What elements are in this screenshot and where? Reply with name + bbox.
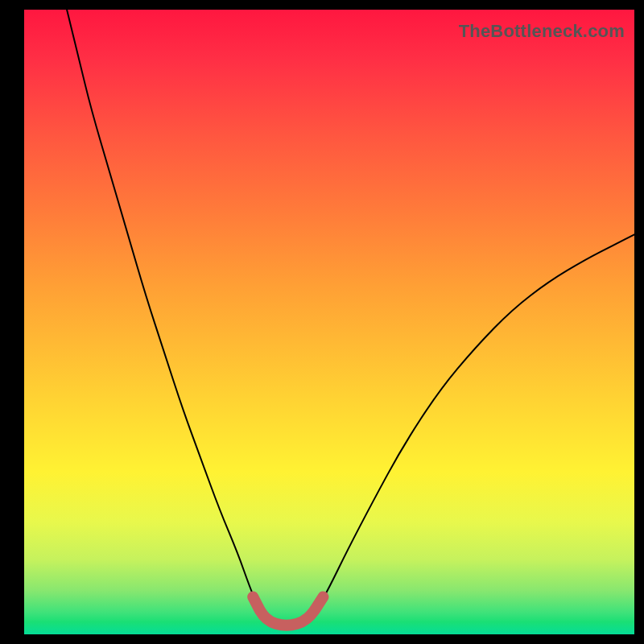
chart-frame: TheBottleneck.com: [0, 0, 644, 644]
curve-svg: [24, 10, 634, 634]
curve-highlight: [253, 597, 323, 625]
curve-left-branch: [67, 10, 259, 609]
plot-area: TheBottleneck.com: [24, 10, 634, 634]
curve-right-branch: [317, 234, 634, 609]
